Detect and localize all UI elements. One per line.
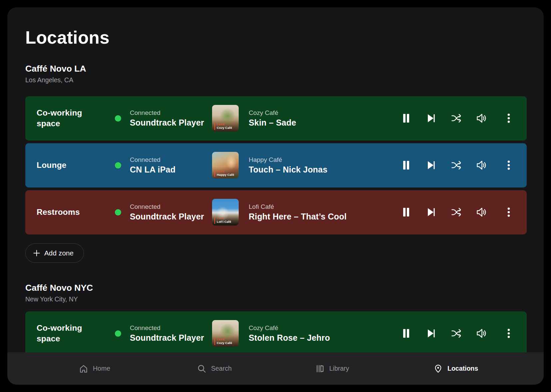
album-art-title: Happy Café	[217, 173, 234, 177]
library-icon	[315, 364, 325, 373]
volume-button[interactable]	[476, 113, 486, 124]
playlist-album-art[interactable]: CAFÉ Cozy Café	[212, 320, 239, 347]
zone-row-coworking-space-nyc[interactable]: Co-working space Connected Soundtrack Pl…	[25, 311, 527, 356]
main-content: Locations Caffé Novo LA Los Angeles, CA …	[7, 7, 544, 356]
nav-item-home[interactable]: Home	[79, 364, 197, 373]
playback-controls	[401, 207, 514, 217]
device-name: CN LA iPad	[130, 165, 210, 175]
connected-status-dot	[115, 115, 121, 122]
device-info: Connected Soundtrack Player	[128, 109, 210, 128]
connection-status: Connected	[130, 324, 210, 332]
volume-button[interactable]	[476, 328, 486, 339]
nav-item-locations[interactable]: Locations	[433, 364, 544, 373]
location-name: Caffé Novo LA	[25, 64, 527, 74]
device-info: Connected CN LA iPad	[128, 156, 210, 175]
zone-row-lounge[interactable]: Lounge Connected CN LA iPad CAFÉ Happy C…	[25, 143, 527, 188]
connection-status: Connected	[130, 156, 210, 164]
zone-name: Restrooms	[37, 207, 108, 217]
more-options-button[interactable]	[503, 160, 514, 171]
zone-row-coworking-space[interactable]: Co-working space Connected Soundtrack Pl…	[25, 96, 527, 141]
track-title: Touch – Nick Jonas	[249, 165, 401, 175]
more-options-button[interactable]	[503, 207, 514, 217]
track-title: Right Here – That’s Cool	[249, 212, 401, 221]
volume-icon	[476, 113, 486, 124]
pause-button[interactable]	[401, 160, 412, 171]
now-playing-info: Lofi Café Right Here – That’s Cool	[249, 203, 401, 221]
skip-next-icon	[426, 113, 436, 124]
volume-icon	[476, 207, 486, 217]
status-dot-wrap	[108, 209, 128, 215]
nav-label: Library	[329, 365, 349, 372]
nav-label: Locations	[447, 365, 478, 372]
playlist-name: Lofi Café	[249, 203, 401, 210]
skip-next-button[interactable]	[426, 328, 436, 339]
nav-label: Home	[93, 365, 110, 372]
pause-button[interactable]	[401, 113, 412, 124]
playlist-album-art[interactable]: CAFÉ LoFi Café	[212, 199, 239, 225]
zone-list: Co-working space Connected Soundtrack Pl…	[25, 96, 527, 234]
connection-status: Connected	[130, 109, 210, 117]
playlist-name: Cozy Café	[249, 109, 401, 117]
playlist-album-art[interactable]: CAFÉ Cozy Café	[212, 105, 239, 132]
now-playing-info: Cozy Café Stolen Rose – Jehro	[249, 324, 401, 343]
bottom-nav: Home Search Library Locations	[7, 352, 544, 385]
playback-controls	[401, 113, 514, 124]
playlist-album-art[interactable]: CAFÉ Happy Café	[212, 152, 239, 179]
kebab-menu-icon	[503, 160, 514, 171]
pause-icon	[401, 160, 412, 171]
home-icon	[79, 364, 88, 373]
playback-controls	[401, 328, 514, 339]
volume-button[interactable]	[476, 160, 486, 171]
pause-icon	[401, 207, 412, 217]
app-window: Locations Caffé Novo LA Los Angeles, CA …	[7, 7, 544, 385]
skip-next-button[interactable]	[426, 207, 436, 217]
shuffle-icon	[451, 160, 461, 171]
skip-next-button[interactable]	[426, 160, 436, 171]
shuffle-button[interactable]	[451, 207, 461, 217]
skip-next-icon	[426, 207, 436, 217]
zone-name: Lounge	[37, 160, 108, 171]
volume-icon	[476, 160, 486, 171]
album-art-title: LoFi Café	[217, 220, 231, 224]
device-name: Soundtrack Player	[130, 333, 210, 343]
more-options-button[interactable]	[503, 113, 514, 124]
nav-label: Search	[211, 365, 232, 372]
device-name: Soundtrack Player	[130, 212, 210, 221]
connected-status-dot	[115, 209, 121, 215]
nav-item-search[interactable]: Search	[197, 364, 315, 373]
album-art-label: CAFÉ LoFi Café	[214, 217, 231, 224]
page-title: Locations	[25, 29, 527, 46]
skip-next-icon	[426, 160, 436, 171]
kebab-menu-icon	[503, 207, 514, 217]
status-dot-wrap	[108, 115, 128, 122]
search-icon	[197, 364, 206, 373]
more-options-button[interactable]	[503, 328, 514, 339]
playlist-name: Happy Café	[249, 156, 401, 164]
track-title: Skin – Sade	[249, 118, 401, 128]
zone-name: Co-working space	[37, 108, 108, 129]
album-art-kicker: CAFÉ	[217, 217, 231, 220]
track-title: Stolen Rose – Jehro	[249, 333, 401, 343]
skip-next-button[interactable]	[426, 113, 436, 124]
location-city: New York City, NY	[25, 295, 527, 303]
shuffle-icon	[451, 207, 461, 217]
pause-button[interactable]	[401, 207, 412, 217]
connection-status: Connected	[130, 203, 210, 210]
shuffle-button[interactable]	[451, 328, 461, 339]
album-art-label: CAFÉ Cozy Café	[214, 123, 232, 130]
shuffle-button[interactable]	[451, 113, 461, 124]
nav-item-library[interactable]: Library	[315, 364, 433, 373]
now-playing-info: Cozy Café Skin – Sade	[249, 109, 401, 128]
shuffle-icon	[451, 113, 461, 124]
location-city: Los Angeles, CA	[25, 76, 527, 84]
pause-button[interactable]	[401, 328, 412, 339]
album-art-kicker: CAFÉ	[217, 338, 232, 341]
add-zone-button[interactable]: Add zone	[25, 243, 84, 263]
volume-button[interactable]	[476, 207, 486, 217]
shuffle-button[interactable]	[451, 160, 461, 171]
location-section-la: Caffé Novo LA Los Angeles, CA Co-working…	[25, 64, 527, 263]
pause-icon	[401, 328, 412, 339]
volume-icon	[476, 328, 486, 339]
album-art-title: Cozy Café	[217, 341, 232, 345]
zone-row-restrooms[interactable]: Restrooms Connected Soundtrack Player CA…	[25, 190, 527, 234]
